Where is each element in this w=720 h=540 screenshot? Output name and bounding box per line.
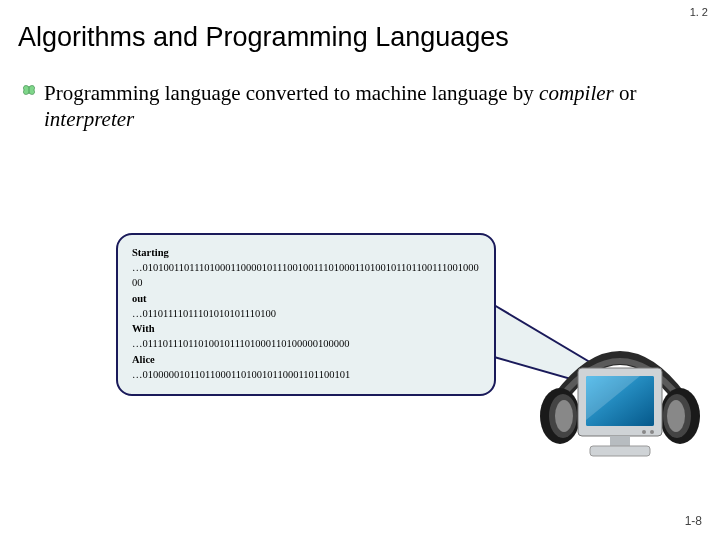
svg-point-14 <box>650 430 654 434</box>
chapter-number: 1. 2 <box>690 6 708 18</box>
callout-label-alice: Alice <box>132 352 480 367</box>
butterfly-icon <box>22 84 36 98</box>
callout-label-out: out <box>132 291 480 306</box>
callout-label-with: With <box>132 321 480 336</box>
bullet-or: or <box>614 81 637 105</box>
svg-point-7 <box>667 400 685 432</box>
bullet-text: Programming language converted to machin… <box>44 80 664 133</box>
speech-callout: Starting …010100110111010001100001011100… <box>116 233 556 428</box>
svg-point-4 <box>555 400 573 432</box>
callout-box: Starting …010100110111010001100001011100… <box>116 233 496 396</box>
callout-label-starting: Starting <box>132 245 480 260</box>
callout-binary-1: …010100110111010001100001011100100111010… <box>132 260 480 290</box>
computer-headphones-icon <box>540 328 700 478</box>
callout-binary-2: …01101111011101010101110100 <box>132 306 480 321</box>
slide-title: Algorithms and Programming Languages <box>18 22 509 53</box>
svg-rect-12 <box>610 436 630 446</box>
svg-point-15 <box>642 430 646 434</box>
callout-binary-4: …010000010110110001101001011000110110010… <box>132 367 480 382</box>
bullet-text-pre: Programming language converted to machin… <box>44 81 539 105</box>
callout-binary-3: …011101110110100101110100011010000010000… <box>132 336 480 351</box>
bullet-interpreter: interpreter <box>44 107 134 131</box>
bullet-item: Programming language converted to machin… <box>22 80 664 133</box>
slide-number: 1-8 <box>685 514 702 528</box>
bullet-compiler: compiler <box>539 81 614 105</box>
svg-rect-13 <box>590 446 650 456</box>
